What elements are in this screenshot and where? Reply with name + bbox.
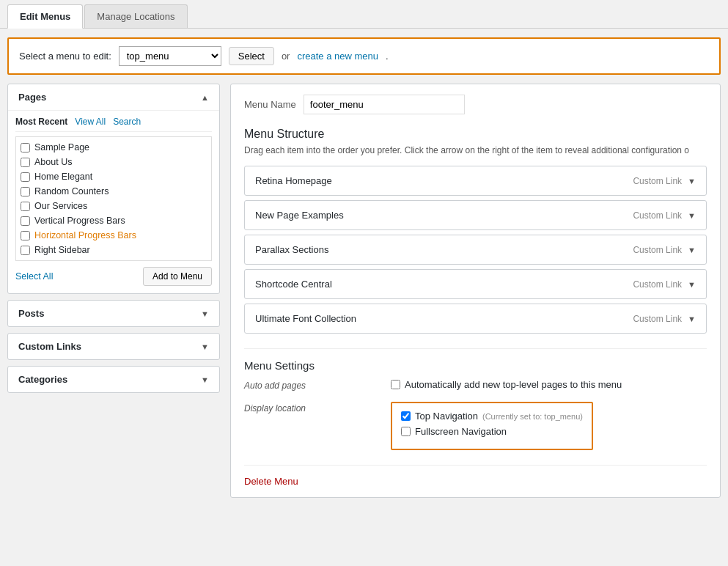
page-checkbox-4[interactable]: [21, 202, 30, 211]
menu-item-type-3: Custom Link: [633, 279, 682, 290]
menu-item-3[interactable]: Shortcode Central Custom Link ▼: [244, 269, 707, 299]
pages-title: Pages: [18, 92, 46, 103]
menu-item-label-2: Parallax Sections: [255, 244, 328, 255]
page-checkbox-6[interactable]: [21, 231, 30, 240]
page-label-0: Sample Page: [34, 142, 89, 152]
top-nav-checkbox[interactable]: [401, 411, 411, 421]
add-to-menu-button[interactable]: Add to Menu: [143, 267, 212, 286]
posts-title: Posts: [18, 308, 44, 319]
tab-view-all[interactable]: View All: [75, 117, 106, 127]
list-item[interactable]: Home Elegant: [19, 169, 208, 184]
menu-item-type-2: Custom Link: [633, 245, 682, 255]
top-nav-note: (Currently set to: top_menu): [482, 412, 583, 421]
page-checkbox-3[interactable]: [21, 187, 30, 196]
categories-expand-icon: ▼: [201, 375, 209, 384]
menu-item-1[interactable]: New Page Examples Custom Link ▼: [244, 200, 707, 230]
menu-item-right-3: Custom Link ▼: [633, 279, 696, 290]
delete-row: Delete Menu: [244, 465, 707, 487]
menu-structure-desc: Drag each item into the order you prefer…: [244, 145, 707, 155]
list-item[interactable]: Our Services: [19, 199, 208, 213]
menu-item-expand-icon-0[interactable]: ▼: [688, 177, 696, 185]
display-location-value: Top Navigation (Currently set to: top_me…: [391, 402, 707, 450]
main-content: Pages ▲ Most Recent View All Search Samp…: [0, 84, 728, 505]
list-item[interactable]: Horizontal Progress Bars: [19, 228, 208, 243]
posts-expand-icon: ▼: [201, 309, 209, 318]
tab-most-recent[interactable]: Most Recent: [15, 117, 67, 127]
custom-links-title: Custom Links: [18, 341, 81, 352]
fullscreen-nav-checkbox[interactable]: [401, 427, 411, 436]
pages-accordion: Pages ▲ Most Recent View All Search Samp…: [7, 84, 220, 294]
period: .: [386, 51, 389, 62]
auto-add-checkbox-label[interactable]: Automatically add new top-level pages to…: [391, 379, 707, 390]
auto-add-label: Auto add pages: [244, 379, 391, 394]
pages-accordion-header[interactable]: Pages ▲: [8, 84, 219, 110]
page-label-1: About Us: [34, 157, 72, 167]
posts-accordion-header[interactable]: Posts ▼: [8, 301, 219, 326]
tab-manage-locations[interactable]: Manage Locations: [84, 4, 187, 28]
menu-item-right-4: Custom Link ▼: [633, 314, 696, 324]
fullscreen-nav-text: Fullscreen Navigation: [415, 426, 507, 437]
page-checkbox-1[interactable]: [21, 158, 30, 167]
tab-search[interactable]: Search: [113, 117, 141, 127]
menu-items-list: Retina Homepage Custom Link ▼ New Page E…: [244, 166, 707, 334]
top-nav-text: Top Navigation: [415, 411, 478, 422]
menu-item-type-4: Custom Link: [633, 314, 682, 324]
top-nav-label[interactable]: Top Navigation (Currently set to: top_me…: [401, 411, 583, 422]
display-location-label: Display location: [244, 402, 391, 450]
page-checkbox-2[interactable]: [21, 172, 30, 182]
menu-item-type-0: Custom Link: [633, 176, 682, 186]
select-button[interactable]: Select: [229, 47, 274, 65]
list-item[interactable]: Sample Page: [19, 140, 208, 155]
delete-menu-link[interactable]: Delete Menu: [244, 476, 298, 487]
custom-links-accordion-header[interactable]: Custom Links ▼: [8, 334, 219, 359]
menu-item-right-2: Custom Link ▼: [633, 245, 696, 255]
menu-structure-title: Menu Structure: [244, 128, 707, 141]
menu-name-input[interactable]: [304, 95, 465, 114]
list-item[interactable]: About Us: [19, 155, 208, 169]
menu-item-label-0: Retina Homepage: [255, 175, 332, 186]
categories-accordion: Categories ▼: [7, 366, 220, 393]
menu-item-expand-icon-1[interactable]: ▼: [688, 211, 696, 220]
select-all-link[interactable]: Select All: [15, 271, 53, 282]
auto-add-checkbox[interactable]: [391, 380, 400, 389]
menu-settings-title: Menu Settings: [244, 348, 707, 372]
menu-item-4[interactable]: Ultimate Font Collection Custom Link ▼: [244, 304, 707, 334]
menu-item-0[interactable]: Retina Homepage Custom Link ▼: [244, 166, 707, 196]
page-checkbox-0[interactable]: [21, 143, 30, 152]
pages-accordion-body: Most Recent View All Search Sample Page …: [8, 110, 219, 293]
fullscreen-nav-label[interactable]: Fullscreen Navigation: [401, 426, 583, 437]
menu-settings-section: Menu Settings Auto add pages Automatical…: [244, 348, 707, 450]
or-text: or: [282, 51, 290, 62]
page-label-2: Home Elegant: [34, 172, 92, 182]
menu-item-2[interactable]: Parallax Sections Custom Link ▼: [244, 235, 707, 265]
categories-title: Categories: [18, 374, 67, 385]
menu-item-label-1: New Page Examples: [255, 210, 344, 221]
tab-edit-menus[interactable]: Edit Menus: [7, 4, 83, 29]
page-checkbox-7[interactable]: [21, 246, 30, 255]
menu-item-expand-icon-4[interactable]: ▼: [688, 315, 696, 323]
tab-bar: Edit Menus Manage Locations: [0, 0, 728, 29]
right-panel: Menu Name Menu Structure Drag each item …: [230, 84, 721, 498]
display-location-row: Display location Top Navigation (Current…: [244, 402, 707, 450]
page-checkbox-5[interactable]: [21, 216, 30, 226]
list-item[interactable]: Right Sidebar: [19, 243, 208, 257]
menu-item-expand-icon-3[interactable]: ▼: [688, 280, 696, 289]
create-new-menu-link[interactable]: create a new menu: [297, 51, 378, 62]
select-menu-label: Select a menu to edit:: [19, 51, 111, 62]
page-label-7: Right Sidebar: [34, 245, 90, 255]
pages-list[interactable]: Sample Page About Us Home Elegant Random…: [15, 136, 212, 261]
categories-accordion-header[interactable]: Categories ▼: [8, 367, 219, 392]
menu-item-expand-icon-2[interactable]: ▼: [688, 246, 696, 254]
menu-name-row: Menu Name: [244, 95, 707, 114]
auto-add-row: Auto add pages Automatically add new top…: [244, 379, 707, 394]
custom-links-expand-icon: ▼: [201, 342, 209, 351]
list-item[interactable]: Random Counters: [19, 184, 208, 199]
pages-collapse-icon: ▲: [201, 93, 209, 102]
auto-add-checkbox-text: Automatically add new top-level pages to…: [405, 379, 622, 390]
pages-tabs-row: Most Recent View All Search: [15, 111, 212, 132]
list-item[interactable]: Vertical Progress Bars: [19, 213, 208, 228]
menu-item-right-0: Custom Link ▼: [633, 176, 696, 186]
page-label-5: Vertical Progress Bars: [34, 216, 125, 226]
menu-select[interactable]: top_menufooter_menusidebar_menu: [119, 46, 221, 66]
custom-links-accordion: Custom Links ▼: [7, 333, 220, 360]
